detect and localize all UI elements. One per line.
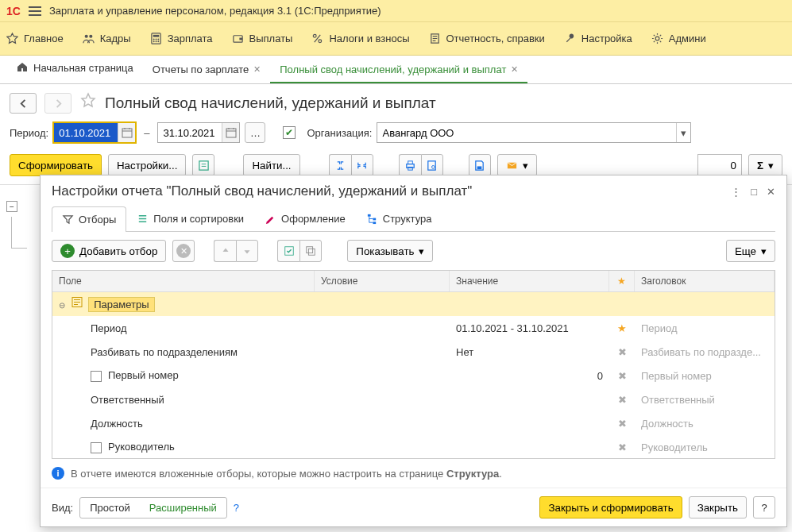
view-mode-toggle[interactable]: Простой Расширенный (79, 497, 227, 519)
tab-design[interactable]: Оформление (254, 206, 356, 231)
svg-rect-16 (122, 129, 132, 137)
section-otchet[interactable]: Отчетность, справки (429, 33, 545, 45)
calculator-icon (150, 33, 163, 45)
period-to-field[interactable] (157, 122, 240, 143)
page-number-input[interactable] (697, 154, 742, 176)
section-vyplaty[interactable]: Выплаты (232, 33, 293, 45)
collapse-button[interactable] (351, 154, 373, 176)
settings-button[interactable]: Настройки... (108, 154, 186, 176)
section-admin-label: Админи (669, 33, 706, 44)
section-admin[interactable]: Админи (651, 33, 706, 45)
section-kadry-label: Кадры (100, 33, 131, 44)
x-icon: ✕ (176, 244, 191, 258)
dialog-toolbar: + Добавить отбор ✕ Показывать ▾ Еще ▾ (41, 232, 786, 270)
svg-point-7 (153, 40, 154, 42)
grid-body: ⊖ Параметры Период 01.10.2021 - 31.10.20… (52, 292, 775, 458)
close-icon[interactable]: ✕ (511, 64, 518, 75)
checkbox[interactable] (91, 371, 102, 382)
org-combo[interactable]: ▾ (377, 122, 691, 143)
close-icon[interactable]: ✕ (767, 186, 775, 198)
row-period[interactable]: Период 01.10.2021 - 31.10.2021 ★ Период (52, 316, 775, 340)
dialog-title: Настройки отчета "Полный свод начислений… (52, 183, 731, 199)
hamburger-icon[interactable] (29, 6, 41, 16)
col-value[interactable]: Значение (450, 271, 609, 291)
chevron-down-icon[interactable]: ▾ (676, 123, 690, 142)
print-button[interactable] (399, 154, 421, 176)
generate-button[interactable]: Сформировать (10, 154, 102, 176)
sum-button[interactable]: Σ▾ (748, 154, 782, 176)
more-icon[interactable]: ⋮ (731, 186, 741, 198)
view-simple[interactable]: Простой (80, 498, 140, 518)
tab-home[interactable]: Начальная страница (6, 54, 143, 83)
svg-rect-3 (153, 34, 159, 37)
nav-back-button[interactable] (10, 93, 37, 114)
period-to-input[interactable] (158, 123, 222, 142)
col-title[interactable]: Заголовок (635, 271, 775, 291)
show-mode-button[interactable]: Показывать ▾ (347, 240, 433, 262)
tab-reports-label: Отчеты по зарплате (153, 64, 249, 75)
more-button[interactable]: Еще ▾ (726, 240, 775, 262)
nav-forward-button[interactable] (44, 93, 71, 114)
section-main[interactable]: Главное (6, 33, 64, 45)
chevron-down-icon: ▾ (768, 160, 774, 172)
calendar-icon[interactable] (118, 123, 135, 142)
save-button[interactable] (469, 154, 491, 176)
svg-point-23 (432, 165, 435, 168)
x-icon[interactable]: ✖ (609, 414, 635, 434)
col-condition[interactable]: Условие (315, 271, 450, 291)
period-from-field[interactable] (53, 122, 136, 143)
x-icon[interactable]: ✖ (609, 438, 635, 457)
help-button[interactable]: ? (753, 496, 775, 519)
svg-point-12 (314, 34, 317, 37)
tab-fields[interactable]: Поля и сортировки (126, 206, 254, 231)
row-first-number[interactable]: Первый номер 0 ✖ Первый номер (52, 364, 775, 387)
star-icon (6, 33, 19, 45)
uncheck-button[interactable] (299, 240, 322, 262)
tab-structure[interactable]: Структура (356, 206, 442, 231)
checkbox[interactable] (91, 442, 102, 453)
send-button[interactable]: ▾ (497, 154, 537, 176)
close-button[interactable]: Закрыть (689, 496, 747, 519)
x-icon[interactable]: ✖ (609, 390, 635, 410)
x-icon[interactable]: ✖ (609, 366, 635, 386)
close-icon[interactable]: ✕ (253, 64, 261, 75)
check-button[interactable] (277, 240, 299, 262)
col-field[interactable]: Поле (52, 271, 315, 291)
close-and-generate-button[interactable]: Закрыть и сформировать (539, 496, 682, 519)
add-filter-button[interactable]: + Добавить отбор (52, 240, 166, 262)
col-star[interactable]: ★ (609, 271, 635, 291)
print-preview-button[interactable] (421, 154, 443, 176)
favorite-star-icon[interactable] (79, 92, 97, 114)
find-button[interactable]: Найти... (243, 154, 299, 176)
variants-button[interactable] (192, 154, 214, 176)
delete-filter-button[interactable]: ✕ (172, 240, 195, 262)
tab-filters[interactable]: Отборы (52, 206, 126, 232)
calendar-icon[interactable] (222, 123, 239, 142)
section-zarplata[interactable]: Зарплата (150, 33, 213, 45)
move-up-button[interactable] (214, 240, 236, 262)
svg-point-6 (157, 38, 159, 40)
tab-svod[interactable]: Полный свод начислений, удержаний и выпл… (270, 57, 527, 83)
collapse-icon[interactable]: ⊖ (59, 301, 65, 310)
row-split[interactable]: Разбивать по подразделениям Нет ✖ Разбив… (52, 340, 775, 364)
section-kadry[interactable]: Кадры (83, 33, 131, 45)
outline-collapse-icon[interactable]: − (6, 201, 17, 212)
help-link[interactable]: ? (234, 502, 239, 514)
org-checkbox[interactable]: ✔ (283, 126, 296, 139)
expand-button[interactable] (329, 154, 351, 176)
view-advanced[interactable]: Расширенный (140, 498, 226, 518)
period-from-input[interactable] (54, 123, 118, 142)
section-nastroyka[interactable]: Настройка (564, 33, 632, 45)
row-responsible[interactable]: Ответственный ✖ Ответственный (52, 387, 775, 411)
row-position[interactable]: Должность ✖ Должность (52, 411, 775, 435)
row-head[interactable]: Руководитель ✖ Руководитель (52, 435, 775, 458)
org-input[interactable] (377, 123, 676, 142)
row-params-group[interactable]: ⊖ Параметры (52, 292, 775, 316)
x-icon[interactable]: ✖ (609, 342, 635, 362)
section-nalogi[interactable]: Налоги и взносы (311, 33, 409, 45)
star-icon[interactable]: ★ (609, 318, 635, 338)
move-down-button[interactable] (236, 240, 258, 262)
tab-reports[interactable]: Отчеты по зарплате ✕ (143, 57, 270, 83)
period-picker-button[interactable]: … (245, 122, 265, 143)
maximize-icon[interactable]: □ (751, 186, 757, 198)
